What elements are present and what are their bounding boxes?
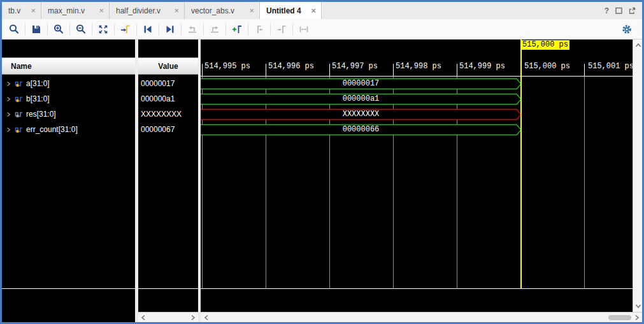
tab-max-min-v[interactable]: max_min.v ×	[41, 2, 110, 19]
zoom-to-cursor-icon[interactable]	[117, 21, 134, 38]
ruler-tick-label: 514,998 ps	[396, 62, 441, 71]
expand-chevron-icon[interactable]	[6, 112, 11, 117]
value-column-header[interactable]: Value	[138, 57, 198, 75]
tab-label: vector_abs.v	[191, 6, 234, 15]
tab-label: Untitled 4	[266, 6, 301, 15]
close-icon[interactable]: ×	[31, 6, 36, 15]
wave-horizontal-scrollbar[interactable]	[201, 312, 642, 322]
expand-chevron-icon[interactable]	[6, 127, 11, 133]
bus-value-b: 000000a1	[201, 94, 521, 105]
scroll-left-icon[interactable]	[141, 314, 146, 321]
value-horizontal-scrollbar[interactable]	[138, 312, 198, 322]
signal-value: 00000017	[138, 76, 198, 91]
ruler-tick-label: 514,995 ps	[204, 62, 250, 71]
signal-value-rows: 00000017 000000a1 XXXXXXXX 00000067	[138, 76, 198, 137]
close-icon[interactable]: ×	[249, 6, 254, 15]
settings-gear-icon[interactable]	[621, 24, 633, 35]
save-wave-configuration-icon[interactable]	[28, 21, 45, 38]
help-icon[interactable]: ?	[605, 6, 609, 15]
scroll-up-icon[interactable]	[635, 43, 641, 48]
signal-value-panel: Value 00000017 000000a1 XXXXXXXX 0000006…	[138, 40, 198, 322]
scroll-left-icon[interactable]	[204, 314, 209, 321]
close-icon[interactable]: ×	[99, 6, 104, 15]
signal-name: res[31:0]	[26, 110, 56, 119]
signal-name: b[31:0]	[26, 94, 50, 103]
signal-name: err_count[31:0]	[26, 125, 78, 134]
tab-half-divider-v[interactable]: half_divider.v ×	[110, 2, 185, 19]
tab-bar: tb.v × max_min.v × half_divider.v × vect…	[2, 2, 642, 20]
time-cursor-label[interactable]: 515,000 ps	[521, 40, 569, 50]
signal-row-b[interactable]: b[31:0]	[2, 91, 135, 107]
tab-vector-abs-v[interactable]: vector_abs.v ×	[185, 2, 260, 19]
scrollbar-thumb[interactable]	[608, 315, 631, 320]
maximize-icon[interactable]	[615, 7, 622, 14]
tab-tb-v[interactable]: tb.v ×	[2, 2, 41, 19]
ruler-tick-label: 514,997 ps	[332, 62, 378, 71]
zoom-out-icon[interactable]	[73, 21, 89, 38]
ruler-tick-label: 514,996 ps	[268, 62, 314, 71]
bus-value-err-count: 00000066	[201, 124, 521, 135]
bus-value-a: 00000017	[201, 78, 521, 89]
bus-value-res: XXXXXXXX	[201, 109, 521, 120]
scroll-right-icon[interactable]	[190, 314, 196, 321]
panel-divider-line	[2, 288, 135, 289]
expand-chevron-icon[interactable]	[6, 81, 11, 87]
close-icon[interactable]: ×	[311, 6, 316, 15]
bus-signal-icon	[15, 126, 23, 133]
scroll-right-icon[interactable]	[634, 314, 640, 321]
window-controls: ?	[605, 2, 636, 19]
close-icon[interactable]: ×	[174, 6, 179, 15]
bus-signal-icon	[15, 111, 23, 118]
previous-marker-icon	[251, 21, 268, 38]
waveform-toolbar	[2, 19, 642, 40]
swap-cursors-icon	[296, 21, 312, 38]
bus-signal-icon	[15, 96, 23, 103]
wave-vertical-scrollbar[interactable]	[633, 40, 642, 312]
signal-name-rows: a[31:0] b[31:0] res[31:0] err_count[31:0…	[2, 76, 135, 137]
signal-name: a[31:0]	[26, 79, 50, 88]
grid-lines	[203, 76, 585, 288]
signal-name-panel: Name a[31:0] b[31:0] res[31:0] err_co	[2, 40, 135, 322]
previous-event-icon	[184, 21, 201, 38]
scroll-down-icon[interactable]	[635, 304, 641, 309]
next-event-icon	[206, 21, 223, 38]
zoom-fit-icon[interactable]	[95, 21, 111, 38]
ruler-tick-label: 515,000 ps	[524, 62, 570, 71]
name-column-header[interactable]: Name	[2, 57, 135, 75]
tab-label: tb.v	[8, 6, 20, 15]
signal-row-a[interactable]: a[31:0]	[2, 76, 135, 91]
signal-value: 000000a1	[138, 91, 198, 107]
panel-divider-line	[138, 288, 198, 289]
zoom-in-icon[interactable]	[50, 21, 67, 38]
simulation-waveform-window: tb.v × max_min.v × half_divider.v × vect…	[0, 0, 644, 324]
signal-value: XXXXXXXX	[138, 107, 198, 122]
next-transition-icon[interactable]	[162, 21, 178, 38]
tab-untitled-4[interactable]: Untitled 4 ×	[260, 2, 322, 19]
tab-label: half_divider.v	[116, 6, 161, 15]
next-marker-icon	[273, 21, 290, 38]
signal-value: 00000067	[138, 122, 198, 137]
ruler-tick-label: 514,999 ps	[459, 62, 505, 71]
signal-row-res[interactable]: res[31:0]	[2, 107, 135, 122]
waveform-area[interactable]: 515,000 ps 514,995 ps 514,996 ps 514,997…	[201, 40, 633, 312]
previous-transition-icon[interactable]	[140, 21, 156, 38]
float-window-icon[interactable]	[629, 7, 636, 14]
expand-chevron-icon[interactable]	[6, 96, 11, 102]
find-icon[interactable]	[6, 21, 22, 38]
signal-row-err-count[interactable]: err_count[31:0]	[2, 122, 135, 137]
ruler-tick-label: 515,001 ps	[588, 62, 633, 71]
add-marker-icon[interactable]	[229, 21, 245, 38]
tab-label: max_min.v	[48, 6, 85, 15]
bus-signal-icon	[15, 80, 23, 87]
